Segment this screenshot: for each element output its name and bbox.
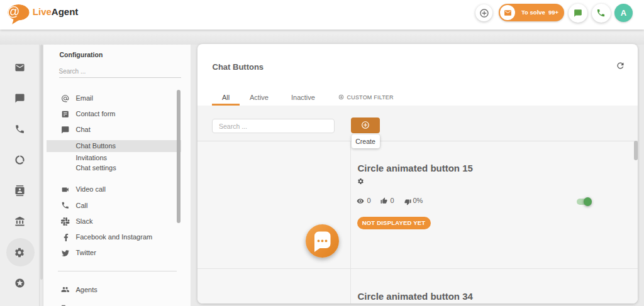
svg-text:@: @: [7, 4, 19, 18]
svg-text:Live: Live: [33, 6, 52, 17]
svg-text:Agent: Agent: [52, 6, 79, 17]
